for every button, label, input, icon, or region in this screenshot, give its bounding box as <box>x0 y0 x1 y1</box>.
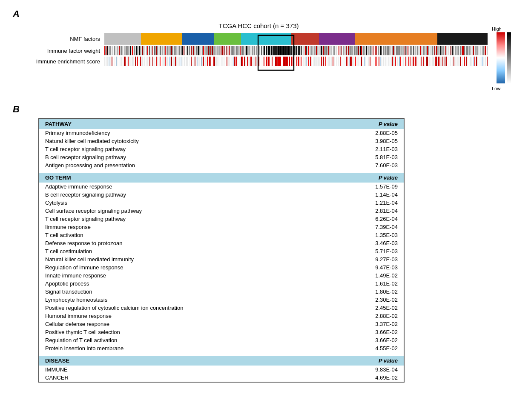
row-name: IMMUNE <box>45 366 359 373</box>
row-name: B cell receptor signaling pathway <box>45 154 359 160</box>
iescore-row: Immune enrichment score <box>30 57 488 66</box>
table-row: Antigen processing and presentation7.60E… <box>39 161 404 169</box>
table-row: B cell receptor signaling pathway1.14E-0… <box>39 191 404 199</box>
row-pvalue: 4.55E-02 <box>359 345 398 351</box>
row-name: Positive regulation of cytosolic calcium… <box>45 305 359 311</box>
row-pvalue: 3.98E-05 <box>359 138 398 144</box>
row-pvalue: 2.88E-05 <box>359 130 398 136</box>
row-name: Positive thymic T cell selection <box>45 329 359 335</box>
row-pvalue: 9.47E-03 <box>359 264 398 271</box>
row-name: B cell receptor signaling pathway <box>45 191 359 198</box>
table-row: Apoptotic process1.61E-02 <box>39 280 404 288</box>
row-name: Cellular defense response <box>45 321 359 327</box>
table-row: CANCER4.69E-02 <box>39 374 404 382</box>
table-row: Natural killer cell mediated cytotoxicit… <box>39 137 404 145</box>
row-name: Iimmune response <box>45 224 359 230</box>
nmf-seg-3 <box>182 33 214 45</box>
ifweight-row: Immune factor weight <box>30 46 488 55</box>
row-name: Natural killer cell mediated cytotoxicit… <box>45 138 359 144</box>
row-pvalue: 5.71E-03 <box>359 248 398 254</box>
ifweight-canvas <box>104 46 488 55</box>
table-row: Iimmune response7.39E-04 <box>39 223 404 231</box>
pathway-header-pvalue: P value <box>379 121 398 127</box>
spacer-2 <box>39 352 404 356</box>
row-name: Adaptive immune response <box>45 183 359 190</box>
row-name: Regulation of immune response <box>45 264 359 271</box>
row-name: T cell receptor signaling pathway <box>45 216 359 222</box>
row-name: Apoptotic process <box>45 280 359 287</box>
row-pvalue: 1.14E-04 <box>359 191 398 198</box>
table-row: Natural killer cell mediated immunity9.2… <box>39 255 404 263</box>
table-row: Cell surface receptor signaling pathway2… <box>39 207 404 215</box>
row-name: Primary immunodeficiency <box>45 130 359 136</box>
heatmap-area: TCGA HCC cohort (n = 373) NMF factors <box>13 22 488 67</box>
disease-header: DISEASE P value <box>39 356 404 366</box>
table-row: T cell receptor signaling pathway2.11E-0… <box>39 145 404 153</box>
legend-gradient-wrap: 3 2 1 0 -1 -2 -3 <box>497 32 511 85</box>
row-name: Defense response to protozoan <box>45 240 359 246</box>
section-a-content: TCGA HCC cohort (n = 373) NMF factors <box>13 22 498 91</box>
row-pvalue: 2.88E-02 <box>359 313 398 319</box>
iescore-bar <box>104 57 488 66</box>
row-name: Natural killer cell mediated immunity <box>45 256 359 263</box>
data-table: PATHWAY P value Primary immunodeficiency… <box>38 118 405 383</box>
row-pvalue: 1.61E-02 <box>359 280 398 287</box>
row-pvalue: 3.37E-02 <box>359 321 398 327</box>
nmf-seg-8 <box>355 33 437 45</box>
table-row: Cytolysis1.21E-04 <box>39 199 404 207</box>
table-row: Primary immunodeficiency2.88E-05 <box>39 129 404 137</box>
nmf-seg-9 <box>437 33 488 45</box>
section-a-label: A <box>13 9 498 20</box>
section-b-label: B <box>13 104 498 115</box>
table-row: IMMUNE9.83E-04 <box>39 366 404 374</box>
table-row: B cell receptor signaling pathway5.81E-0… <box>39 153 404 161</box>
nmf-seg-7 <box>319 33 356 45</box>
nmf-segments <box>104 33 488 45</box>
section-a: A TCGA HCC cohort (n = 373) NMF factors <box>13 9 498 91</box>
nmf-seg-1 <box>104 33 141 45</box>
legend-color-canvas <box>497 32 505 83</box>
row-pvalue: 7.39E-04 <box>359 224 398 230</box>
goterm-rows: Adaptive immune response1.57E-09B cell r… <box>39 183 404 352</box>
row-name: Lymphocyte homeostasis <box>45 297 359 303</box>
nmf-seg-2 <box>141 33 182 45</box>
row-pvalue: 1.80E-02 <box>359 289 398 295</box>
iescore-canvas <box>104 57 488 66</box>
table-row: Positive thymic T cell selection3.66E-02 <box>39 328 404 336</box>
row-name: CANCER <box>45 374 359 381</box>
table-row: T cell costimulation5.71E-03 <box>39 247 404 255</box>
legend-area: High Max 3 2 1 0 -1 <box>492 22 511 91</box>
row-name: T cell costimulation <box>45 248 359 254</box>
row-pvalue: 3.46E-03 <box>359 240 398 246</box>
row-name: Regulation of T cell activation <box>45 337 359 343</box>
legend-gray-canvas <box>507 32 511 83</box>
table-row: Signal transduction1.80E-02 <box>39 288 404 296</box>
table-row: Humoral immune response2.88E-02 <box>39 312 404 320</box>
legend-color-scale <box>497 32 505 85</box>
goterm-header-name: GO TERM <box>45 174 71 181</box>
iescore-bar-wrapper <box>104 57 488 66</box>
pathway-rows: Primary immunodeficiency2.88E-05Natural … <box>39 129 404 169</box>
section-b: B PATHWAY P value Primary immunodeficien… <box>13 104 498 383</box>
disease-header-pvalue: P value <box>379 357 398 364</box>
row-pvalue: 3.66E-02 <box>359 329 398 335</box>
legend-high-label: High <box>492 26 502 31</box>
row-name: Signal transduction <box>45 289 359 295</box>
legend-low-label: Low <box>492 86 500 91</box>
row-name: Cytolysis <box>45 200 359 206</box>
disease-header-name: DISEASE <box>45 357 69 364</box>
nmf-seg-6 <box>291 33 319 45</box>
pathway-header-name: PATHWAY <box>45 121 72 127</box>
table-row: Regulation of T cell activation3.66E-02 <box>39 336 404 344</box>
ifweight-label: Immune factor weight <box>30 48 104 54</box>
row-name: Innate immune response <box>45 272 359 279</box>
table-row: Adaptive immune response1.57E-09 <box>39 183 404 191</box>
row-pvalue: 2.11E-03 <box>359 146 398 152</box>
chart-title: TCGA HCC cohort (n = 373) <box>30 22 488 29</box>
row-name: T cell receptor signaling pathway <box>45 146 359 152</box>
nmf-seg-5 <box>241 33 291 45</box>
nmf-bar-wrapper <box>104 33 488 45</box>
row-name: Cell surface receptor signaling pathway <box>45 208 359 214</box>
row-pvalue: 6.26E-04 <box>359 216 398 222</box>
table-row: Defense response to protozoan3.46E-03 <box>39 239 404 247</box>
